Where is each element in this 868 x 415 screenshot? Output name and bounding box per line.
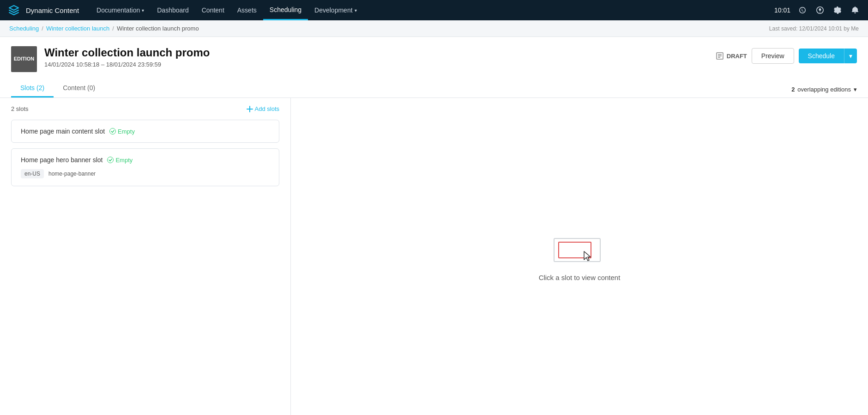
draft-status: DRAFT	[716, 52, 747, 60]
slot-card-2-status: Empty	[107, 157, 133, 164]
plus-icon	[247, 106, 253, 112]
nav-item-scheduling[interactable]: Scheduling	[263, 0, 308, 20]
click-slot-illustration	[549, 234, 609, 266]
main-content: 2 slots Add slots Home page main content…	[0, 98, 868, 415]
help-button[interactable]	[813, 3, 827, 18]
add-slots-button[interactable]: Add slots	[247, 105, 279, 112]
slot-illustration	[549, 234, 609, 266]
draft-icon	[716, 52, 724, 60]
slot-card-2-name: Home page hero banner slot	[21, 156, 102, 164]
page-title-area: Winter collection launch promo 14/01/202…	[44, 46, 210, 68]
tab-content[interactable]: Content (0)	[54, 79, 104, 98]
slot-card-2-meta: en-US home-page-banner	[21, 169, 270, 178]
nav-item-dashboard[interactable]: Dashboard	[151, 0, 195, 20]
nav-item-content[interactable]: Content	[195, 0, 231, 20]
svg-point-2	[108, 157, 114, 163]
tab-slots[interactable]: Slots (2)	[11, 79, 54, 98]
app-logo[interactable]	[6, 0, 22, 20]
notifications-button[interactable]	[848, 3, 862, 18]
breadcrumb-winter-collection[interactable]: Winter collection launch	[46, 25, 109, 32]
slot-card-2[interactable]: Home page hero banner slot Empty en-US h…	[11, 148, 279, 186]
slots-count: 2 slots	[11, 105, 29, 112]
svg-point-1	[110, 128, 116, 134]
check-circle-icon	[109, 128, 116, 134]
overlapping-editions-button[interactable]: 2 overlapping editions ▾	[791, 86, 857, 98]
right-panel: Click a slot to view content	[291, 98, 868, 415]
click-slot-cta: Click a slot to view content	[539, 274, 621, 281]
nav-item-development[interactable]: Development ▾	[308, 0, 363, 20]
page-dates: 14/01/2024 10:58:18 – 18/01/2024 23:59:5…	[44, 61, 210, 68]
chevron-down-icon: ▾	[355, 8, 357, 13]
slot-tag-value: home-page-banner	[48, 171, 96, 177]
slot-card-1-status: Empty	[109, 128, 135, 135]
nav-item-assets[interactable]: Assets	[231, 0, 263, 20]
tabs: Slots (2) Content (0)	[11, 79, 104, 98]
slot-card-1[interactable]: Home page main content slot Empty	[11, 120, 279, 143]
slot-card-2-header: Home page hero banner slot Empty	[21, 156, 270, 164]
page-header-left: Edition Winter collection launch promo 1…	[11, 46, 210, 72]
check-circle-icon	[107, 157, 114, 163]
breadcrumb-separator: /	[42, 25, 43, 32]
schedule-button[interactable]: Schedule	[799, 49, 844, 63]
breadcrumb-current: Winter collection launch promo	[117, 25, 199, 32]
settings-button[interactable]	[830, 3, 845, 18]
schedule-dropdown-button[interactable]: ▾	[844, 49, 857, 63]
slot-card-1-header: Home page main content slot Empty	[21, 128, 270, 135]
schedule-button-group: Schedule ▾	[799, 49, 857, 63]
breadcrumb-scheduling[interactable]: Scheduling	[9, 25, 39, 32]
chevron-down-icon: ▾	[854, 86, 857, 93]
left-panel: 2 slots Add slots Home page main content…	[0, 98, 291, 415]
breadcrumb-separator-2: /	[112, 25, 114, 32]
topnav-right: 10:01	[774, 3, 862, 18]
edition-badge: Edition	[11, 46, 37, 72]
top-navigation: Dynamic Content Documentation ▾ Dashboar…	[0, 0, 868, 20]
nav-item-documentation[interactable]: Documentation ▾	[90, 0, 151, 20]
preview-button[interactable]: Preview	[752, 48, 794, 64]
current-time: 10:01	[774, 6, 790, 14]
slots-header: 2 slots Add slots	[11, 105, 279, 112]
page-header: Edition Winter collection launch promo 1…	[0, 37, 868, 72]
page-title: Winter collection launch promo	[44, 46, 210, 59]
slot-locale-tag: en-US	[21, 169, 44, 178]
breadcrumb: Scheduling / Winter collection launch / …	[9, 25, 199, 32]
time-dropdown-button[interactable]	[795, 3, 810, 18]
app-name: Dynamic Content	[26, 6, 79, 14]
last-saved-text: Last saved: 12/01/2024 10:01 by Me	[769, 25, 859, 32]
chevron-down-icon: ▾	[142, 8, 144, 13]
tabs-bar: Slots (2) Content (0) 2 overlapping edit…	[0, 79, 868, 98]
breadcrumb-bar: Scheduling / Winter collection launch / …	[0, 20, 868, 37]
slot-card-1-name: Home page main content slot	[21, 128, 105, 135]
page-header-right: DRAFT Preview Schedule ▾	[716, 48, 857, 64]
